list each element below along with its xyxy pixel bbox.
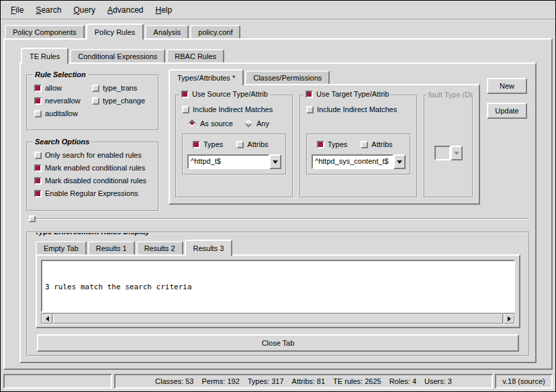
target-type-combo: ^httpd_sys_content_t$ bbox=[312, 154, 406, 169]
source-include-indirect-checkbox[interactable]: Include Indirect Matches bbox=[182, 105, 287, 113]
sash-handle[interactable] bbox=[29, 215, 36, 222]
results-hscrollbar[interactable] bbox=[41, 313, 515, 324]
new-button[interactable]: New bbox=[487, 78, 527, 94]
any-radio[interactable]: Any bbox=[244, 119, 269, 128]
statusbar: Classes: 53 Perms: 192 Types: 317 Attrib… bbox=[3, 374, 553, 389]
checkbox-label: Mark enabled conditional rules bbox=[45, 164, 145, 172]
checkbox-type-change[interactable]: type_change bbox=[92, 97, 145, 105]
source-attribs-checkbox[interactable]: Attribs bbox=[236, 140, 268, 148]
menu-search[interactable]: Search bbox=[30, 2, 67, 18]
tab-policy-components[interactable]: Policy Components bbox=[5, 25, 85, 38]
checkbox-label: Types bbox=[328, 140, 347, 148]
checkbox-label: Mark disabled conditional rules bbox=[45, 177, 146, 185]
tab-policy-conf[interactable]: policy.conf bbox=[190, 25, 240, 38]
checkbox-allow[interactable]: allow bbox=[34, 84, 92, 92]
te-rules-display-group: Type Enforcement Rules Display Empty Tab… bbox=[26, 232, 530, 356]
tab-rbac-rules[interactable]: RBAC Rules bbox=[167, 49, 224, 62]
results-text-area[interactable]: 3 rules match the search criteria (5822)… bbox=[41, 260, 515, 312]
status-users: Users: 3 bbox=[424, 377, 452, 385]
types-attributes-tab-bar: Types/Attributes * Classes/Permissions bbox=[169, 69, 480, 84]
checkbox-label: Enable Regular Expressions bbox=[45, 189, 138, 197]
types-attributes-notebook: Types/Attributes * Classes/Permissions U… bbox=[169, 69, 480, 214]
update-button[interactable]: Update bbox=[487, 103, 527, 119]
tab-types-attributes[interactable]: Types/Attributes * bbox=[169, 69, 244, 85]
te-rules-page: Rule Selection allow neverallow bbox=[19, 62, 537, 363]
use-source-type-checkbox[interactable]: Use Source Type/Attrib bbox=[179, 90, 270, 98]
checkbox-enable-regex[interactable]: Enable Regular Expressions bbox=[34, 189, 155, 197]
main-tab-bar: Policy Components Policy Rules Analysis … bbox=[5, 23, 555, 38]
checkbox-neverallow[interactable]: neverallow bbox=[34, 97, 92, 105]
checkbox-label: type_trans bbox=[103, 84, 137, 92]
checkbox-mark-disabled-conditional[interactable]: Mark disabled conditional rules bbox=[34, 177, 155, 185]
spacer bbox=[306, 113, 411, 128]
menubar: File Search Query Advanced Help bbox=[1, 1, 555, 20]
status-version-segment: v.18 (source) bbox=[495, 374, 553, 389]
checkbox-indicator bbox=[92, 85, 99, 92]
tab-results-1[interactable]: Results 1 bbox=[88, 241, 135, 254]
tab-results-2[interactable]: Results 2 bbox=[136, 241, 183, 254]
scroll-right-button[interactable] bbox=[504, 314, 514, 324]
checkbox-label: allow bbox=[45, 84, 62, 92]
arrow-left-icon bbox=[46, 316, 49, 322]
checkbox-only-enabled-rules[interactable]: Only search for enabled rules bbox=[34, 151, 155, 159]
checkbox-type-trans[interactable]: type_trans bbox=[92, 84, 145, 92]
source-role-radio-row: As source Any bbox=[187, 119, 287, 128]
source-type-combo-entry[interactable]: ^httpd_t$ bbox=[187, 154, 269, 169]
checkbox-auditallow[interactable]: auditallow bbox=[34, 109, 92, 117]
sash-line bbox=[28, 218, 528, 219]
target-combo-dropdown-button[interactable] bbox=[393, 154, 406, 169]
chevron-down-icon bbox=[454, 152, 459, 155]
default-type-title: fault Type (Disa bbox=[426, 91, 472, 99]
checkbox-indicator bbox=[193, 141, 200, 148]
status-attribs: Attribs: 81 bbox=[292, 377, 326, 385]
source-combo-dropdown-button[interactable] bbox=[269, 154, 281, 169]
checkbox-mark-enabled-conditional[interactable]: Mark enabled conditional rules bbox=[34, 164, 155, 172]
target-types-checkbox[interactable]: Types bbox=[317, 140, 347, 148]
checkbox-label: Attribs bbox=[371, 140, 392, 148]
checkbox-label: Use Source Type/Attrib bbox=[192, 90, 268, 98]
tab-empty[interactable]: Empty Tab bbox=[36, 241, 87, 254]
left-column: Rule Selection allow neverallow bbox=[26, 69, 159, 214]
arrow-right-icon bbox=[508, 316, 511, 322]
use-source-type-group: Use Source Type/Attrib Include Indirect … bbox=[175, 95, 293, 198]
tab-results-3[interactable]: Results 3 bbox=[185, 240, 233, 256]
target-attribs-checkbox[interactable]: Attribs bbox=[361, 140, 392, 148]
default-type-combo-entry bbox=[434, 146, 451, 160]
menu-advanced[interactable]: Advanced bbox=[101, 2, 149, 18]
scroll-left-button[interactable] bbox=[42, 314, 52, 324]
checkbox-indicator bbox=[236, 141, 244, 148]
source-types-checkbox[interactable]: Types bbox=[193, 140, 223, 148]
menu-query[interactable]: Query bbox=[67, 2, 101, 18]
close-tab-button[interactable]: Close Tab bbox=[37, 334, 519, 352]
menu-file[interactable]: File bbox=[5, 2, 30, 18]
status-roles: Roles: 4 bbox=[389, 377, 416, 385]
target-include-indirect-checkbox[interactable]: Include Indirect Matches bbox=[306, 105, 411, 113]
checkbox-indicator bbox=[34, 164, 42, 172]
search-options-title: Search Options bbox=[33, 138, 91, 146]
checkbox-indicator bbox=[34, 177, 42, 185]
source-types-frame: Types Attribs ^httpd_t$ bbox=[182, 134, 287, 175]
tab-policy-rules[interactable]: Policy Rules bbox=[86, 23, 144, 40]
use-target-type-checkbox[interactable]: Use Target Type/Attrib bbox=[304, 90, 391, 98]
checkbox-label: Types bbox=[203, 140, 223, 148]
results-summary: 3 rules match the search criteria bbox=[45, 282, 511, 292]
checkbox-indicator bbox=[34, 190, 42, 197]
menu-help[interactable]: Help bbox=[149, 2, 178, 18]
checkbox-label: Only search for enabled rules bbox=[45, 151, 142, 159]
checkbox-indicator bbox=[306, 106, 314, 113]
status-version: v.18 (source) bbox=[502, 377, 545, 385]
checkbox-indicator bbox=[34, 85, 42, 92]
scrollbar-thumb[interactable] bbox=[53, 314, 503, 324]
tab-analysis[interactable]: Analysis bbox=[145, 25, 189, 38]
checkbox-label: type_change bbox=[103, 97, 145, 105]
tab-classes-permissions[interactable]: Classes/Permissions bbox=[245, 70, 330, 84]
query-options-row: Rule Selection allow neverallow bbox=[26, 69, 530, 214]
status-stats-segment: Classes: 53 Perms: 192 Types: 317 Attrib… bbox=[114, 374, 493, 389]
as-source-radio[interactable]: As source bbox=[187, 119, 233, 128]
results-page: 3 rules match the search criteria (5822)… bbox=[36, 254, 520, 328]
tab-conditional-expressions[interactable]: Conditional Expressions bbox=[70, 49, 165, 62]
tab-te-rules[interactable]: TE Rules bbox=[21, 48, 68, 64]
checkbox-label: neverallow bbox=[45, 97, 81, 105]
action-buttons-column: New Update bbox=[480, 69, 530, 214]
target-type-combo-entry[interactable]: ^httpd_sys_content_t$ bbox=[312, 154, 393, 169]
